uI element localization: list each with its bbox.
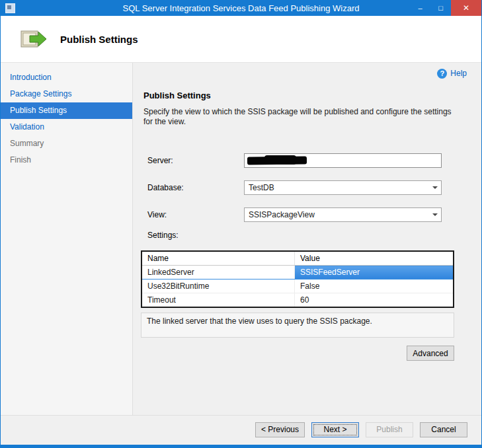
- sidebar: Introduction Package Settings Publish Se…: [1, 63, 133, 415]
- database-field-row: Database: TestDB: [147, 180, 481, 195]
- view-field-row: View: SSISPackageView: [147, 207, 481, 222]
- footer: < Previous Next > Publish Cancel: [1, 415, 481, 445]
- window-controls: – □ ✕: [410, 0, 481, 16]
- window-bottom-border: [1, 445, 481, 448]
- redaction-mark: [264, 155, 296, 165]
- wizard-body: Introduction Package Settings Publish Se…: [1, 63, 481, 415]
- server-field-row: Server:: [147, 153, 481, 168]
- chevron-down-icon[interactable]: [429, 181, 441, 194]
- database-select[interactable]: TestDB: [244, 180, 442, 195]
- chevron-down-icon[interactable]: [429, 208, 441, 221]
- advanced-row: Advanced: [141, 346, 454, 361]
- property-name-cell[interactable]: Use32BitRuntime: [141, 280, 295, 293]
- wizard-window: SQL Server Integration Services Data Fee…: [0, 0, 482, 448]
- publish-button: Publish: [366, 422, 413, 437]
- database-selected-value: TestDB: [249, 183, 274, 192]
- property-value-cell[interactable]: SSISFeedServer: [295, 266, 454, 280]
- settings-label: Settings:: [147, 231, 481, 240]
- table-row[interactable]: LinkedServer SSISFeedServer: [141, 266, 454, 280]
- settings-table: Name Value LinkedServer SSISFeedServer U…: [141, 250, 454, 308]
- property-value-cell[interactable]: 60: [295, 293, 454, 308]
- help-icon[interactable]: ?: [437, 69, 447, 79]
- page-title: Publish Settings: [60, 34, 138, 45]
- minimize-button[interactable]: –: [410, 0, 430, 16]
- view-label: View:: [147, 210, 244, 219]
- previous-button[interactable]: < Previous: [255, 422, 305, 437]
- property-description: The linked server that the view uses to …: [141, 313, 454, 338]
- table-row[interactable]: Use32BitRuntime False: [141, 280, 454, 293]
- sidebar-item-finish: Finish: [1, 152, 132, 168]
- advanced-button[interactable]: Advanced: [407, 346, 454, 361]
- server-label: Server:: [147, 156, 244, 165]
- property-name-cell[interactable]: Timeout: [141, 293, 295, 308]
- section-title: Publish Settings: [143, 91, 481, 100]
- property-name-cell[interactable]: LinkedServer: [141, 266, 295, 280]
- window-title: SQL Server Integration Services Data Fee…: [1, 3, 481, 13]
- sidebar-item-publish-settings[interactable]: Publish Settings: [1, 102, 132, 119]
- content-panel: ? Help Publish Settings Specify the view…: [133, 63, 481, 415]
- column-header-value: Value: [295, 251, 454, 266]
- sidebar-item-introduction[interactable]: Introduction: [1, 69, 132, 86]
- column-header-name: Name: [141, 251, 295, 266]
- help-row: ? Help: [133, 63, 481, 79]
- sidebar-item-summary: Summary: [1, 135, 132, 152]
- cancel-button[interactable]: Cancel: [420, 422, 467, 437]
- wizard-header: Publish Settings: [1, 16, 481, 63]
- server-input[interactable]: [244, 153, 442, 168]
- property-value-cell[interactable]: False: [295, 280, 454, 293]
- titlebar: SQL Server Integration Services Data Fee…: [1, 0, 481, 16]
- database-label: Database:: [147, 183, 244, 192]
- sidebar-item-package-settings[interactable]: Package Settings: [1, 86, 132, 102]
- table-row[interactable]: Timeout 60: [141, 293, 454, 308]
- publish-wizard-icon: [19, 26, 47, 52]
- help-link[interactable]: Help: [450, 69, 467, 78]
- section-description: Specify the view to which the SSIS packa…: [143, 107, 456, 127]
- view-select[interactable]: SSISPackageView: [244, 207, 442, 222]
- app-icon: [5, 3, 15, 13]
- close-button[interactable]: ✕: [451, 0, 481, 16]
- view-selected-value: SSISPackageView: [249, 210, 315, 219]
- maximize-button[interactable]: □: [430, 0, 451, 16]
- sidebar-item-validation[interactable]: Validation: [1, 119, 132, 135]
- next-button[interactable]: Next >: [311, 422, 359, 437]
- table-header-row: Name Value: [141, 251, 454, 266]
